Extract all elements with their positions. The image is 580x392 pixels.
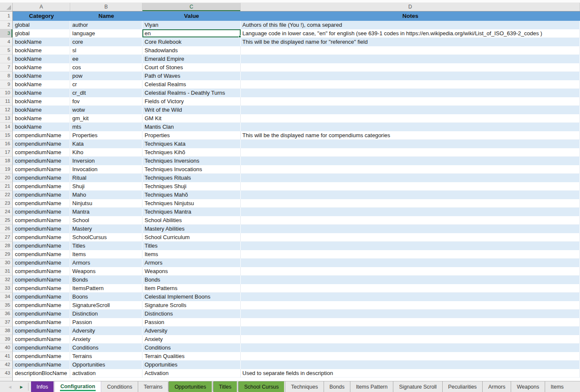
cell-value-19[interactable]: Techniques Invocations [142,165,241,174]
cell-name-15[interactable]: Properties [70,131,142,140]
cell-category-4[interactable]: bookName [13,38,70,46]
selected-cell[interactable]: en [142,29,241,38]
cell-category-21[interactable]: compendiumName [13,182,70,191]
row-header-26[interactable]: 26 [0,225,13,233]
cell-notes-18[interactable] [241,157,580,165]
cell-name-6[interactable]: ee [70,55,142,63]
cell-name-12[interactable]: wotw [70,106,142,114]
cell-notes-17[interactable] [241,148,580,157]
cell-name-36[interactable]: Distinction [70,310,142,318]
row-header-9[interactable]: 9 [0,80,13,89]
sheet-tab-conditions[interactable]: Conditions [102,381,138,392]
row-header-15[interactable]: 15 [0,131,13,140]
cell-name-28[interactable]: Titles [70,242,142,250]
cell-name-20[interactable]: Ritual [70,174,142,182]
cell-value-16[interactable]: Techniques Kata [142,140,241,148]
column-header-b[interactable]: B [70,3,142,11]
sheet-tab-weapons[interactable]: Weapons [511,381,545,392]
cell-name-37[interactable]: Passion [70,318,142,327]
cell-value-10[interactable]: Celestial Realms - Deathly Turns [142,89,241,97]
sheet-tab-signature-scroll[interactable]: Signature Scroll [393,381,442,392]
row-header-12[interactable]: 12 [0,106,13,114]
row-header-16[interactable]: 16 [0,140,13,148]
cell-notes-11[interactable] [241,97,580,106]
cell-notes-10[interactable] [241,89,580,97]
column-header-c[interactable]: C [142,3,241,11]
cell-category-32[interactable]: compendiumName [13,276,70,284]
cell-value-42[interactable]: Opportunities [142,361,241,369]
column-title-notes[interactable]: Notes [241,11,580,21]
row-header-32[interactable]: 32 [0,276,13,284]
cell-notes-30[interactable] [241,259,580,267]
cell-value-43[interactable]: Activation [142,369,241,378]
cell-name-25[interactable]: School [70,216,142,225]
cell-category-7[interactable]: bookName [13,63,70,72]
cell-value-27[interactable]: School Curriculum [142,233,241,242]
row-header-7[interactable]: 7 [0,63,13,72]
cell-notes-33[interactable] [241,284,580,293]
sheet-tab-terrains[interactable]: Terrains [138,381,168,392]
cell-value-17[interactable]: Techniques Kihõ [142,148,241,157]
cell-category-6[interactable]: bookName [13,55,70,63]
sheet-nav-left-icon[interactable]: ◄ [8,384,12,389]
cell-notes-23[interactable] [241,199,580,208]
row-header-21[interactable]: 21 [0,182,13,191]
cell-notes-6[interactable] [241,55,580,63]
cell-notes-20[interactable] [241,174,580,182]
cell-value-34[interactable]: Celestial Implement Boons [142,293,241,301]
cell-name-32[interactable]: Bonds [70,276,142,284]
cell-notes-35[interactable] [241,301,580,310]
cell-value-15[interactable]: Properties [142,131,241,140]
cell-notes-8[interactable] [241,72,580,80]
row-header-13[interactable]: 13 [0,114,13,123]
cell-category-41[interactable]: compendiumName [13,352,70,361]
cell-notes-42[interactable] [241,361,580,369]
cell-category-30[interactable]: compendiumName [13,259,70,267]
sheet-tab-bonds[interactable]: Bonds [324,381,350,392]
cell-name-38[interactable]: Adversity [70,327,142,335]
cell-notes-32[interactable] [241,276,580,284]
cell-category-26[interactable]: compendiumName [13,225,70,233]
cell-category-5[interactable]: bookName [13,46,70,55]
cell-category-12[interactable]: bookName [13,106,70,114]
cell-category-42[interactable]: compendiumName [13,361,70,369]
cell-value-37[interactable]: Passion [142,318,241,327]
cell-name-8[interactable]: pow [70,72,142,80]
cell-name-26[interactable]: Mastery [70,225,142,233]
row-header-35[interactable]: 35 [0,301,13,310]
cell-value-6[interactable]: Emerald Empire [142,55,241,63]
row-header-20[interactable]: 20 [0,174,13,182]
cell-notes-4[interactable]: This will be the displayed name for "ref… [241,38,580,46]
cell-notes-15[interactable]: This will be the displayed name for comp… [241,131,580,140]
cell-category-18[interactable]: compendiumName [13,157,70,165]
cell-value-18[interactable]: Techniques Inversions [142,157,241,165]
cell-value-31[interactable]: Weapons [142,267,241,276]
cell-name-3[interactable]: language [70,29,142,38]
row-header-19[interactable]: 19 [0,165,13,174]
cell-notes-16[interactable] [241,140,580,148]
row-header-40[interactable]: 40 [0,344,13,352]
sheet-tab-infos[interactable]: Infos [31,381,54,392]
row-header-38[interactable]: 38 [0,327,13,335]
row-header-6[interactable]: 6 [0,55,13,63]
cell-value-13[interactable]: GM Kit [142,114,241,123]
cell-notes-13[interactable] [241,114,580,123]
row-header-27[interactable]: 27 [0,233,13,242]
cell-category-24[interactable]: compendiumName [13,208,70,216]
cell-notes-22[interactable] [241,191,580,199]
cell-category-29[interactable]: compendiumName [13,250,70,259]
cell-category-36[interactable]: compendiumName [13,310,70,318]
row-header-11[interactable]: 11 [0,97,13,106]
cell-notes-2[interactable]: Authors of this file (You !), coma separ… [241,21,580,29]
cell-notes-43[interactable]: Used to separate fields in description [241,369,580,378]
cell-name-18[interactable]: Inversion [70,157,142,165]
cell-value-24[interactable]: Techniques Mantra [142,208,241,216]
cell-name-39[interactable]: Anxiety [70,335,142,344]
sheet-tab-peculiarities[interactable]: Peculiarities [442,381,482,392]
row-header-2[interactable]: 2 [0,21,13,29]
row-header-39[interactable]: 39 [0,335,13,344]
row-header-23[interactable]: 23 [0,199,13,208]
cell-value-28[interactable]: Titles [142,242,241,250]
cell-name-42[interactable]: Opportunities [70,361,142,369]
cell-value-22[interactable]: Techniques Mahõ [142,191,241,199]
